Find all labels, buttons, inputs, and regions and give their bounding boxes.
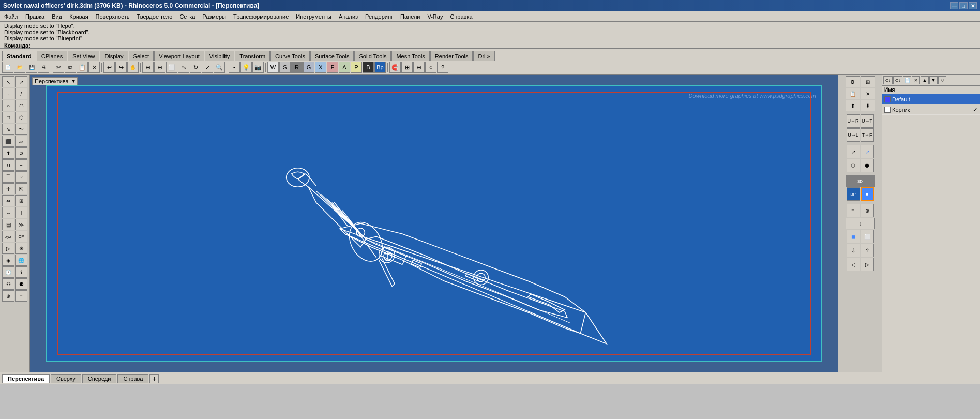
layer-color-default[interactable] [884, 96, 891, 102]
rp-view3[interactable]: U→L [847, 128, 860, 142]
lp-extra2[interactable]: ≡ [15, 290, 27, 302]
rp-walk[interactable]: ⚇ [847, 159, 860, 172]
tab-dri[interactable]: Dri » [473, 51, 494, 61]
tb-xray[interactable]: X [315, 62, 326, 73]
lp-rect[interactable]: □ [2, 112, 14, 123]
lp-arc[interactable]: ◠ [15, 100, 27, 111]
rp-extra4[interactable]: ◼ [847, 230, 860, 243]
rp-btn2[interactable]: ⊞ [861, 76, 875, 87]
tab-cplanes[interactable]: CPlanes [37, 51, 68, 61]
tab-display[interactable]: Display [100, 51, 128, 61]
layer-color-kortik[interactable] [884, 107, 891, 113]
tab-surface-tools[interactable]: Surface Tools [310, 51, 354, 61]
menu-solid[interactable]: Твердое тело [133, 13, 175, 20]
tb-snap[interactable]: 🧲 [389, 62, 401, 73]
layer-row-default[interactable]: Default [882, 94, 980, 104]
tb-black[interactable]: B [363, 62, 374, 73]
lp-select[interactable]: ↖ [2, 76, 14, 87]
menu-help[interactable]: Справка [447, 13, 475, 20]
menu-tools[interactable]: Инструменты [293, 13, 335, 20]
lp-env[interactable]: 🌐 [15, 255, 27, 266]
lr-swatch1[interactable]: C↓ [883, 76, 893, 84]
lp-light-btn[interactable]: ☀ [15, 243, 27, 254]
tb-paste[interactable]: 📋 [77, 62, 88, 73]
lp-more[interactable]: ≫ [15, 219, 27, 230]
lr-del[interactable]: ✕ [912, 76, 920, 84]
tb-zoom-all[interactable]: 🔍 [214, 62, 225, 73]
lp-dim[interactable]: ↔ [2, 207, 14, 218]
tb-flat[interactable]: F [327, 62, 338, 73]
menu-mesh[interactable]: Сетка [176, 13, 198, 20]
lp-boolean-diff[interactable]: − [15, 159, 27, 171]
rp-extra9[interactable]: ▷ [861, 258, 874, 271]
rp-btn6[interactable]: ⬇ [861, 100, 875, 111]
rp-btn3[interactable]: 📋 [846, 88, 860, 99]
lp-point[interactable]: · [2, 88, 14, 99]
rp-extra5[interactable]: ⬜ [861, 230, 874, 243]
tab-viewport-layout[interactable]: Viewport Layout [154, 51, 204, 61]
rp-extra7[interactable]: ⇧ [861, 244, 874, 257]
tb-shade[interactable]: S [279, 62, 291, 73]
lp-mirror[interactable]: ⇔ [2, 195, 14, 206]
bottom-tab-perspective[interactable]: Перспектива [2, 374, 50, 383]
rp-extra8[interactable]: ◁ [847, 258, 860, 271]
lr-filter[interactable]: ▽ [938, 76, 946, 84]
rp-btn4[interactable]: ✕ [861, 88, 875, 99]
tb-zoom-window[interactable]: ⬜ [166, 62, 177, 73]
lp-xyz[interactable]: xyz [2, 231, 14, 242]
lp-extrude[interactable]: ⬆ [2, 147, 14, 159]
lp-polygon[interactable]: ⬡ [15, 112, 27, 123]
maximize-button[interactable]: □ [959, 2, 968, 9]
lp-plane[interactable]: ▱ [15, 136, 27, 147]
lp-move[interactable]: ✛ [2, 183, 14, 194]
tab-visibility[interactable]: Visibility [205, 51, 235, 61]
tb-blueprint[interactable]: Bp [374, 62, 386, 73]
lp-array[interactable]: ⊞ [15, 195, 27, 206]
tb-copy[interactable]: ⧉ [65, 62, 76, 73]
tab-setview[interactable]: Set View [68, 51, 99, 61]
tb-zoom-extents[interactable]: ⤡ [178, 62, 189, 73]
tb-help-btn[interactable]: ? [437, 62, 448, 73]
rp-extra1[interactable]: ≡ [847, 204, 860, 217]
viewport-label[interactable]: Перспектива ▼ [32, 77, 78, 85]
menu-file[interactable]: Файл [1, 13, 21, 20]
rp-shade2[interactable]: BP [847, 187, 860, 201]
lp-line[interactable]: / [15, 88, 27, 99]
rp-persp2[interactable]: ↗ [861, 145, 874, 158]
tb-osnap[interactable]: ○ [425, 62, 436, 73]
rp-view4[interactable]: T→F [861, 128, 874, 142]
menu-transform[interactable]: Трансформирование [230, 13, 292, 20]
lp-walk[interactable]: ⚇ [2, 278, 14, 290]
tb-rotate[interactable]: ↻ [190, 62, 201, 73]
rp-shade1[interactable]: 3D [846, 175, 875, 187]
lp-blend[interactable]: ⌣ [15, 171, 27, 183]
menu-curve[interactable]: Кривая [66, 13, 91, 20]
lp-material[interactable]: ◈ [2, 255, 14, 266]
rp-fly[interactable]: ⚈ [861, 159, 874, 172]
menu-analyze[interactable]: Анализ [336, 13, 361, 20]
minimize-button[interactable]: — [950, 2, 958, 9]
tb-grid[interactable]: ⊞ [401, 62, 413, 73]
tb-pan[interactable]: ✋ [127, 62, 139, 73]
viewport-dropdown[interactable]: Перспектива ▼ [32, 77, 78, 85]
bottom-tab-top[interactable]: Сверху [51, 374, 81, 383]
lp-history[interactable]: 🕓 [2, 266, 14, 278]
tb-zoom-out[interactable]: ⊖ [154, 62, 165, 73]
tab-select[interactable]: Select [129, 51, 154, 61]
layer-row-kortik[interactable]: Кортик ✓ [882, 104, 980, 115]
menu-view[interactable]: Вид [49, 13, 65, 20]
tb-print[interactable]: 🖨 [38, 62, 49, 73]
rp-btn5[interactable]: ⬆ [846, 100, 860, 111]
tb-ghosted[interactable]: G [303, 62, 314, 73]
tb-open[interactable]: 📂 [14, 62, 25, 73]
tb-light[interactable]: 💡 [240, 62, 252, 73]
lp-scale[interactable]: ⇱ [15, 183, 27, 194]
lp-cplane[interactable]: CP [15, 231, 27, 242]
tb-undo[interactable]: ↩ [103, 62, 115, 73]
tb-new[interactable]: 📄 [2, 62, 13, 73]
tab-mesh-tools[interactable]: Mesh Tools [391, 51, 429, 61]
tb-zoom-sel[interactable]: ⤢ [202, 62, 213, 73]
menu-panels[interactable]: Панели [397, 13, 423, 20]
rp-shade3[interactable]: ■ [861, 187, 874, 201]
tb-zoom-in[interactable]: ⊕ [142, 62, 154, 73]
